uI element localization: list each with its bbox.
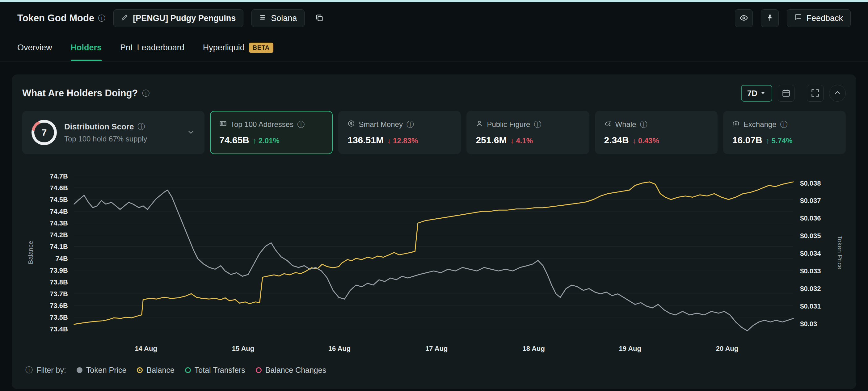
filter-option-balance-changes[interactable]: Balance Changes: [256, 366, 326, 374]
eye-icon: [740, 13, 748, 23]
stat-value: 136.51M: [347, 135, 384, 145]
trend-arrow-icon: ↓: [510, 136, 514, 145]
holder-stats-row: 7 Distribution Score ⓘ Top 100 hold 67% …: [22, 111, 846, 154]
distribution-score-subtitle: Top 100 hold 67% supply: [64, 135, 179, 143]
balance-changes-dot-icon: [256, 367, 261, 373]
holders-panel: What Are Holders Doing? ⓘ 7D: [12, 74, 856, 389]
page-title: Token God Mode ⓘ: [17, 13, 105, 24]
info-icon[interactable]: ⓘ: [137, 122, 145, 132]
svg-text:$0.03: $0.03: [800, 320, 817, 328]
info-icon[interactable]: ⓘ: [780, 120, 788, 129]
svg-text:73.4B: 73.4B: [50, 325, 68, 333]
holders-line-chart[interactable]: 74.7B74.6B74.5B74.4B74.3B74.2B74.1B74B73…: [22, 163, 846, 361]
svg-text:$0.037: $0.037: [800, 197, 821, 204]
info-icon[interactable]: ⓘ: [640, 120, 647, 129]
collapse-panel-button[interactable]: [829, 85, 846, 102]
pin-button[interactable]: [761, 9, 779, 27]
svg-text:73.7B: 73.7B: [50, 290, 68, 298]
stat-card-top-100-addresses[interactable]: Top 100 Addresses ⓘ 74.65B ↑ 2.01%: [210, 111, 333, 154]
token-selector-label: [PENGU] Pudgy Penguins: [133, 13, 236, 23]
info-icon[interactable]: ⓘ: [297, 120, 305, 129]
token-price-dot-icon: [76, 367, 83, 373]
calendar-icon: [782, 89, 790, 98]
svg-text:74.7B: 74.7B: [50, 172, 68, 180]
svg-text:74B: 74B: [56, 255, 68, 263]
tab-holders[interactable]: Holders: [71, 34, 102, 61]
tab-bar: Overview Holders PnL Leaderboard Hyperli…: [0, 34, 868, 61]
app-header: Token God Mode ⓘ [PENGU] Pudgy Penguins …: [0, 2, 868, 34]
chart-filter-row: ⓘ Filter by: Token Price Balance Total T…: [22, 361, 846, 382]
top-announcement-strip: [0, 0, 868, 2]
svg-text:74.3B: 74.3B: [50, 219, 68, 227]
svg-text:19 Aug: 19 Aug: [619, 345, 641, 352]
total-transfers-dot-icon: [185, 367, 191, 373]
stat-value: 251.6M: [476, 135, 506, 145]
tab-overview[interactable]: Overview: [17, 34, 52, 61]
fullscreen-button[interactable]: [807, 85, 824, 102]
svg-text:$0.032: $0.032: [800, 285, 821, 292]
chart-canvas[interactable]: 74.7B74.6B74.5B74.4B74.3B74.2B74.1B74B73…: [22, 163, 846, 361]
svg-text:Token Price: Token Price: [836, 236, 844, 269]
tab-pnl-leaderboard[interactable]: PnL Leaderboard: [120, 34, 184, 61]
edit-pencil-icon: [121, 13, 128, 23]
filter-option-token-price[interactable]: Token Price: [76, 366, 127, 374]
caret-down-icon: [760, 89, 766, 98]
stat-change: ↓ 0.43%: [632, 136, 659, 145]
info-icon[interactable]: ⓘ: [98, 13, 105, 23]
svg-text:14 Aug: 14 Aug: [135, 345, 157, 352]
feedback-button[interactable]: Feedback: [787, 9, 851, 27]
svg-text:74.2B: 74.2B: [50, 231, 68, 239]
distribution-score-card[interactable]: 7 Distribution Score ⓘ Top 100 hold 67% …: [22, 111, 205, 154]
svg-text:74.1B: 74.1B: [50, 243, 68, 251]
feedback-label: Feedback: [806, 13, 843, 23]
bank-icon: [733, 120, 740, 129]
watchlist-button[interactable]: [735, 9, 753, 27]
info-icon[interactable]: ⓘ: [406, 120, 414, 129]
coin-icon: [347, 120, 355, 129]
chevron-down-icon[interactable]: [187, 128, 195, 137]
panel-title: What Are Holders Doing? ⓘ: [22, 88, 150, 99]
stat-value: 16.07B: [733, 135, 762, 145]
whale-icon: [604, 120, 612, 129]
token-selector-button[interactable]: [PENGU] Pudgy Penguins: [113, 9, 243, 27]
svg-text:20 Aug: 20 Aug: [716, 345, 738, 352]
copy-address-button[interactable]: [313, 9, 326, 27]
info-icon[interactable]: ⓘ: [534, 120, 541, 129]
stat-card-exchange[interactable]: Exchange ⓘ 16.07B ↑ 5.74%: [723, 111, 846, 154]
svg-text:$0.036: $0.036: [800, 214, 821, 222]
stat-card-smart-money[interactable]: Smart Money ⓘ 136.51M ↓ 12.83%: [338, 111, 461, 154]
distribution-score-value: 7: [34, 123, 54, 142]
svg-text:$0.034: $0.034: [800, 250, 821, 257]
app-title-text: Token God Mode: [17, 13, 94, 24]
stat-change: ↓ 4.1%: [510, 136, 533, 145]
stat-card-public-figure[interactable]: Public Figure ⓘ 251.6M ↓ 4.1%: [466, 111, 589, 154]
pin-icon: [766, 13, 774, 23]
svg-text:73.5B: 73.5B: [50, 314, 68, 321]
trend-arrow-icon: ↓: [632, 136, 636, 145]
calendar-button[interactable]: [778, 85, 795, 102]
stat-change: ↑ 5.74%: [766, 136, 793, 145]
svg-text:18 Aug: 18 Aug: [522, 345, 545, 352]
svg-text:$0.035: $0.035: [800, 232, 821, 240]
info-icon[interactable]: ⓘ: [25, 365, 33, 375]
stat-value: 2.34B: [604, 135, 629, 145]
info-icon[interactable]: ⓘ: [142, 88, 150, 98]
chat-bubble-icon: [795, 13, 802, 23]
svg-text:$0.038: $0.038: [800, 180, 821, 187]
tab-hyperliquid[interactable]: Hyperliquid BETA: [203, 34, 273, 61]
beta-badge: BETA: [249, 43, 273, 53]
trend-arrow-icon: ↑: [766, 136, 770, 145]
person-icon: [476, 120, 483, 129]
svg-text:73.9B: 73.9B: [50, 266, 68, 274]
svg-text:15 Aug: 15 Aug: [232, 345, 254, 352]
svg-text:$0.031: $0.031: [800, 302, 821, 310]
balance-dot-icon: [137, 367, 143, 373]
chain-selector-button[interactable]: Solana: [251, 9, 305, 27]
stat-change: ↑ 2.01%: [253, 136, 280, 145]
time-range-dropdown[interactable]: 7D: [741, 85, 772, 102]
time-range-value: 7D: [747, 89, 757, 98]
filter-option-total-transfers[interactable]: Total Transfers: [185, 366, 245, 374]
stat-card-whale[interactable]: Whale ⓘ 2.34B ↓ 0.43%: [595, 111, 718, 154]
filter-option-balance[interactable]: Balance: [137, 366, 174, 374]
svg-text:74.5B: 74.5B: [50, 196, 68, 203]
